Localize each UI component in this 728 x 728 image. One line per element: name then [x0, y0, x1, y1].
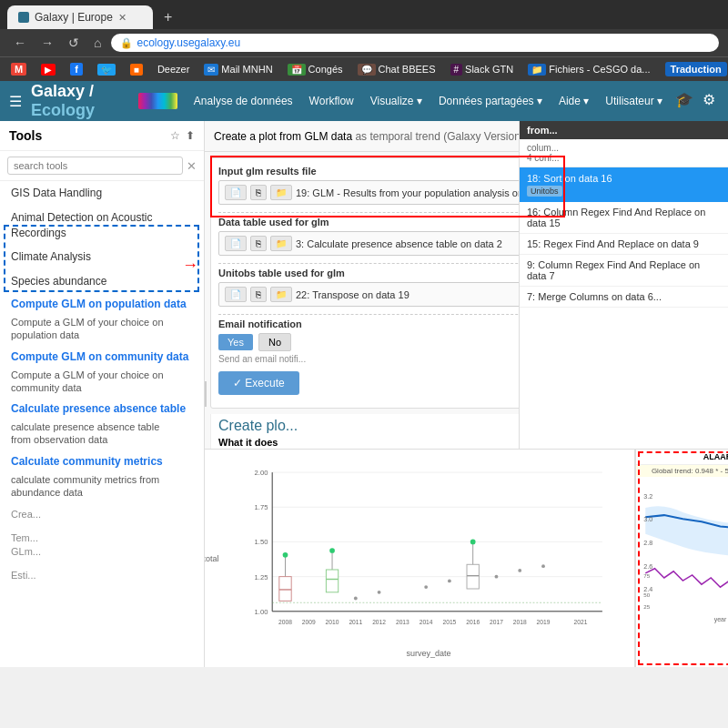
file-copy-btn-2[interactable]: ⎘: [250, 236, 267, 251]
svg-text:2010: 2010: [326, 619, 339, 625]
new-tab-button[interactable]: +: [157, 5, 179, 29]
nav-aide[interactable]: Aide ▾: [551, 91, 596, 111]
bookmark-youtube[interactable]: ▶: [37, 62, 59, 77]
svg-text:75: 75: [643, 572, 650, 579]
side-chart-subtitle: Global trend: 0.948 * - 56.75 % in 18 ye…: [636, 465, 728, 477]
browser-window: Galaxy | Europe ✕ + ← → ↺ ⌂ 🔒 ecology.us…: [0, 0, 728, 667]
history-badge: Unitobs: [527, 186, 562, 197]
bookmark-twitter[interactable]: 🐦: [94, 62, 119, 77]
bookmark-traduction[interactable]: Traduction: [662, 60, 728, 78]
side-trend-chart: ALAARV Global trend: 0.948 * - 56.75 % i…: [635, 450, 728, 667]
svg-text:2.00: 2.00: [255, 469, 268, 477]
sidebar-item-crea[interactable]: Crea...: [0, 503, 204, 526]
nav-settings[interactable]: ⚙: [699, 91, 719, 111]
svg-text:2011: 2011: [349, 619, 362, 625]
history-item-2[interactable]: 15: Regex Find And Replace on data 9: [520, 234, 728, 255]
file-folder-btn-1[interactable]: 📁: [270, 185, 292, 200]
sidebar-item-species[interactable]: Species abundance: [0, 269, 204, 294]
nav-cap[interactable]: 🎓: [672, 91, 697, 111]
sidebar-item-calc-community[interactable]: Calculate community metrics: [0, 451, 204, 471]
sidebar-item-animal[interactable]: Animal Detection on AcousticRecordings: [0, 206, 204, 246]
sidebar-item-compute-glm-pop-desc: Compute a GLM of your choice onpopulatio…: [0, 314, 204, 347]
nav-visualize[interactable]: Visualize ▾: [363, 91, 430, 111]
url-box[interactable]: 🔒 ecology.usegalaxy.eu: [111, 34, 719, 52]
nav-utilisateur[interactable]: Utilisateur ▾: [598, 91, 670, 111]
sidebar-item-gis[interactable]: GIS Data Handling: [0, 181, 204, 206]
bookmark-slack[interactable]: # Slack GTN: [447, 62, 518, 77]
bookmark-deezer[interactable]: Deezer: [154, 62, 193, 76]
back-button[interactable]: ←: [9, 34, 31, 52]
history-item-selected-label: 18: Sort on data 16: [527, 173, 612, 184]
email-no-button[interactable]: No: [258, 333, 291, 351]
bookmark-mail[interactable]: ✉ Mail MNHN: [200, 62, 276, 77]
home-button[interactable]: ⌂: [89, 34, 106, 52]
bookmark-orange[interactable]: ■: [126, 62, 147, 77]
tab-favicon: [18, 12, 29, 23]
file-copy-btn-3[interactable]: ⎘: [250, 287, 267, 302]
chart-main: total 2.00 1.75: [205, 450, 634, 667]
sidebar-item-temp[interactable]: Tem...GLm...: [0, 527, 204, 564]
file-icon-btn-3[interactable]: 📄: [225, 287, 247, 302]
history-item-1[interactable]: 16: Column Regex Find And Replace on dat…: [520, 202, 728, 234]
history-item-4[interactable]: 7: Merge Columns on data 6...: [520, 287, 728, 308]
svg-text:2.8: 2.8: [643, 539, 652, 547]
side-chart-x-label: year: [636, 616, 728, 624]
svg-text:2019: 2019: [537, 619, 551, 625]
history-item-selected[interactable]: 18: Sort on data 16 Unitobs: [520, 167, 728, 202]
sidebar-item-compute-glm-comm[interactable]: Compute GLM on community data: [0, 347, 204, 367]
address-bar: ← → ↺ ⌂ 🔒 ecology.usegalaxy.eu: [0, 29, 728, 56]
svg-text:2008: 2008: [278, 619, 292, 625]
collapse-sidebar-button[interactable]: ‹: [205, 381, 207, 407]
svg-text:2012: 2012: [372, 619, 386, 625]
file-folder-btn-2[interactable]: 📁: [270, 236, 292, 251]
svg-point-35: [283, 552, 288, 558]
sidebar-item-climate[interactable]: Climate Analysis: [0, 245, 204, 269]
sidebar-upload-icon[interactable]: ⬆: [186, 129, 195, 142]
nav-workflow[interactable]: Workflow: [302, 91, 361, 111]
svg-text:2013: 2013: [396, 619, 410, 625]
galaxy-nav: Analyse de données Workflow Visualize ▾ …: [187, 91, 719, 111]
file-icon-btn-1[interactable]: 📄: [225, 185, 247, 200]
sidebar-item-esti[interactable]: Esti...: [0, 564, 204, 587]
nav-analyse[interactable]: Analyse de données: [187, 91, 300, 111]
svg-text:2017: 2017: [490, 619, 503, 625]
email-yes-button[interactable]: Yes: [218, 334, 253, 350]
bookmark-chat[interactable]: 💬 Chat BBEES: [354, 62, 440, 77]
svg-point-43: [518, 569, 521, 572]
search-input[interactable]: [7, 157, 183, 175]
sidebar-item-compute-glm-pop[interactable]: Compute GLM on population data: [0, 294, 204, 314]
sidebar-icons: ☆ ⬆: [170, 129, 195, 142]
sidebar-item-calc-presence[interactable]: Calculate presence absence table: [0, 399, 204, 419]
history-header: from...: [520, 121, 728, 139]
bookmark-fichiers[interactable]: 📁 Fichiers - CeSGO da...: [524, 62, 653, 77]
svg-text:2016: 2016: [466, 619, 480, 625]
active-tab[interactable]: Galaxy | Europe ✕: [7, 5, 153, 29]
svg-text:50: 50: [643, 592, 650, 598]
execute-button[interactable]: ✓ Execute: [218, 371, 299, 395]
file-icon-btn-2[interactable]: 📄: [225, 236, 247, 251]
bookmark-facebook[interactable]: f: [66, 61, 86, 77]
sidebar-item-calc-presence-desc: calculate presence absence tablefrom obs…: [0, 419, 204, 451]
galaxy-menu-icon[interactable]: ☰: [9, 93, 22, 110]
svg-text:1.75: 1.75: [255, 503, 268, 511]
forward-button[interactable]: →: [36, 34, 58, 52]
sidebar-items: GIS Data Handling Animal Detection on Ac…: [0, 181, 204, 667]
svg-text:25: 25: [643, 603, 650, 610]
svg-point-36: [329, 548, 335, 553]
file-folder-btn-3[interactable]: 📁: [270, 287, 292, 302]
bookmark-conges[interactable]: 📅 Congés: [284, 62, 347, 77]
sidebar-star-icon[interactable]: ☆: [170, 129, 180, 142]
search-clear-icon[interactable]: ✕: [187, 159, 197, 173]
tab-close-btn[interactable]: ✕: [118, 12, 126, 24]
bookmark-gmail[interactable]: M: [7, 61, 30, 77]
svg-point-44: [541, 564, 545, 568]
history-item-3[interactable]: 9: Column Regex Find And Replace on data…: [520, 255, 728, 287]
file-copy-btn-1[interactable]: ⎘: [250, 185, 267, 200]
sidebar-title: Tools: [9, 128, 42, 143]
svg-point-39: [378, 591, 381, 594]
side-chart-title: ALAARV: [636, 450, 728, 465]
nav-donnees[interactable]: Données partagées ▾: [431, 91, 550, 111]
reload-button[interactable]: ↺: [64, 34, 84, 52]
page-title: Create plo...: [218, 418, 298, 433]
data-table-value: 3: Calculate presence absence table on d…: [296, 238, 502, 249]
